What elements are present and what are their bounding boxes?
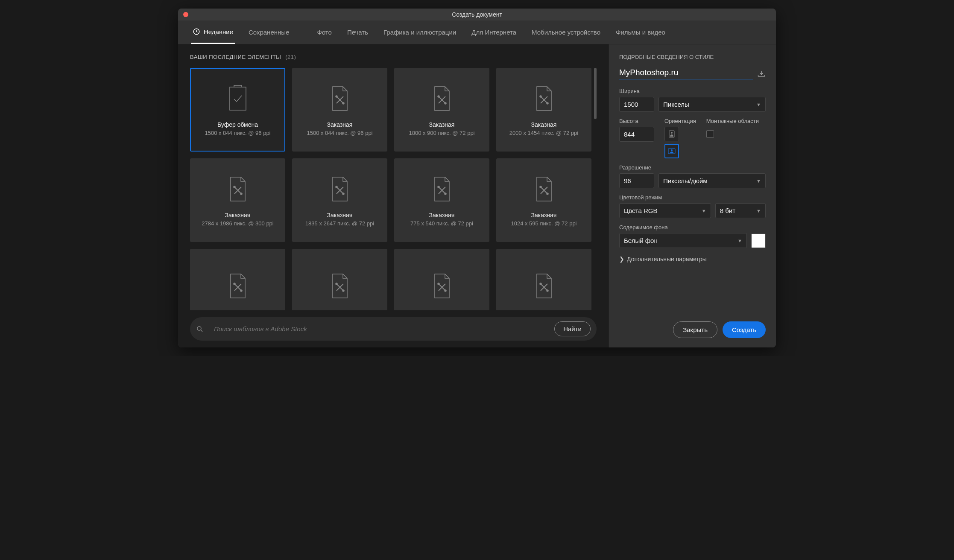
advanced-label: Дополнительные параметры — [627, 256, 707, 262]
tab-mobile[interactable]: Мобильное устройство — [530, 21, 602, 43]
clock-icon — [193, 28, 200, 35]
preset-card[interactable] — [394, 249, 489, 310]
colormode-select[interactable]: Цвета RGB ▼ — [619, 203, 711, 218]
section-title: ВАШИ ПОСЛЕДНИЕ ЭЛЕМЕНТЫ — [190, 54, 281, 60]
tab-label: Сохраненные — [249, 29, 290, 36]
scrollbar-thumb[interactable] — [594, 68, 597, 119]
tab-web[interactable]: Для Интернета — [470, 21, 518, 43]
svg-point-8 — [234, 186, 235, 188]
tab-label: Печать — [347, 29, 368, 36]
preset-subtitle: 1800 x 900 пикс. @ 72 ppi — [409, 130, 474, 136]
chevron-down-icon: ▼ — [756, 102, 761, 107]
tab-recent[interactable]: Недавние — [191, 20, 235, 44]
svg-point-17 — [240, 290, 242, 292]
svg-point-19 — [342, 290, 344, 292]
document-icon — [430, 174, 454, 204]
tab-label: Фильмы и видео — [616, 29, 665, 36]
document-icon — [328, 271, 352, 301]
preset-title: Заказная — [327, 121, 353, 128]
panel-title: ПОДРОБНЫЕ СВЕДЕНИЯ О СТИЛЕ — [619, 54, 766, 60]
preset-card[interactable]: Буфер обмена1500 x 844 пикс. @ 96 ppi — [190, 68, 285, 152]
preset-card[interactable]: Заказная2784 x 1986 пикс. @ 300 ppi — [190, 158, 285, 242]
tab-label: Фото — [317, 29, 331, 36]
close-button[interactable]: Закрыть — [673, 321, 717, 338]
chevron-down-icon: ▼ — [702, 208, 706, 213]
tab-saved[interactable]: Сохраненные — [247, 21, 291, 43]
orientation-label: Ориентация — [664, 118, 696, 124]
preset-subtitle: 1835 x 2647 пикс. @ 72 ppi — [305, 220, 374, 227]
preset-card[interactable] — [292, 249, 387, 310]
select-value: Пикселы — [663, 101, 689, 108]
preset-card[interactable]: Заказная1835 x 2647 пикс. @ 72 ppi — [292, 158, 387, 242]
preset-title: Заказная — [429, 212, 455, 219]
tab-film[interactable]: Фильмы и видео — [614, 21, 667, 43]
preset-title: Заказная — [531, 121, 557, 128]
artboards-label: Монтажные области — [706, 118, 759, 124]
svg-point-21 — [445, 290, 446, 292]
preset-card[interactable]: Заказная1500 x 844 пикс. @ 96 ppi — [292, 68, 387, 152]
preset-card[interactable]: Заказная1024 x 595 пикс. @ 72 ppi — [496, 158, 591, 242]
orientation-portrait[interactable] — [664, 127, 679, 141]
document-icon — [532, 84, 556, 114]
document-icon — [430, 84, 454, 114]
preset-subtitle: 1500 x 844 пикс. @ 96 ppi — [307, 130, 372, 136]
svg-point-20 — [438, 283, 439, 285]
svg-point-22 — [540, 283, 541, 285]
artboards-checkbox[interactable] — [706, 130, 714, 138]
advanced-toggle[interactable]: ❯ Дополнительные параметры — [619, 256, 766, 262]
preset-card[interactable] — [496, 249, 591, 310]
svg-point-3 — [342, 102, 344, 104]
chevron-down-icon: ▼ — [756, 208, 761, 213]
tab-label: Мобильное устройство — [532, 29, 600, 36]
preset-title: Буфер обмена — [217, 121, 258, 128]
width-unit-select[interactable]: Пикселы ▼ — [658, 97, 766, 112]
preset-name-input[interactable]: MyPhotoshop.ru — [619, 68, 753, 79]
background-swatch[interactable] — [751, 233, 766, 248]
new-document-dialog: Создать документ Недавние Сохраненные Фо… — [178, 9, 776, 347]
preset-card[interactable] — [190, 249, 285, 310]
document-icon — [430, 271, 454, 301]
svg-point-11 — [342, 193, 344, 195]
resolution-input[interactable] — [619, 173, 654, 188]
tab-print[interactable]: Печать — [345, 21, 370, 43]
resolution-label: Разрешение — [619, 164, 766, 171]
create-button[interactable]: Создать — [723, 321, 766, 338]
select-value: Цвета RGB — [624, 207, 657, 214]
save-preset-icon[interactable] — [757, 70, 766, 78]
document-icon — [532, 174, 556, 204]
svg-point-6 — [540, 96, 541, 97]
preset-card[interactable]: Заказная2000 x 1454 пикс. @ 72 ppi — [496, 68, 591, 152]
preset-subtitle: 1024 x 595 пикс. @ 72 ppi — [511, 220, 576, 227]
search-input[interactable] — [211, 325, 547, 332]
svg-point-18 — [336, 283, 337, 285]
orientation-landscape[interactable] — [664, 144, 679, 158]
svg-point-7 — [547, 102, 548, 104]
preset-card[interactable]: Заказная1800 x 900 пикс. @ 72 ppi — [394, 68, 489, 152]
resolution-unit-select[interactable]: Пикселы/дюйм ▼ — [658, 173, 766, 188]
colormode-label: Цветовой режим — [619, 194, 766, 201]
svg-point-28 — [671, 149, 673, 151]
preset-subtitle: 775 x 540 пикс. @ 72 ppi — [410, 220, 473, 227]
svg-point-13 — [445, 193, 446, 195]
chevron-down-icon: ▼ — [756, 178, 761, 184]
document-icon — [328, 174, 352, 204]
preset-grid: Буфер обмена1500 x 844 пикс. @ 96 ppiЗак… — [190, 68, 597, 310]
find-button[interactable]: Найти — [554, 321, 591, 336]
section-count: (21) — [285, 54, 296, 60]
tab-divider — [303, 26, 303, 38]
preset-title: Заказная — [225, 212, 251, 219]
chevron-right-icon: ❯ — [619, 256, 624, 262]
bitdepth-select[interactable]: 8 бит ▼ — [715, 203, 766, 218]
width-input[interactable] — [619, 97, 654, 112]
section-header: ВАШИ ПОСЛЕДНИЕ ЭЛЕМЕНТЫ (21) — [190, 54, 597, 60]
preset-card[interactable]: Заказная775 x 540 пикс. @ 72 ppi — [394, 158, 489, 242]
svg-point-5 — [445, 102, 446, 104]
preset-subtitle: 2784 x 1986 пикс. @ 300 ppi — [202, 220, 274, 227]
height-input[interactable] — [619, 127, 654, 142]
height-label: Высота — [619, 118, 654, 124]
background-select[interactable]: Белый фон ▼ — [619, 233, 747, 248]
svg-point-23 — [547, 290, 548, 292]
tab-art[interactable]: Графика и иллюстрации — [382, 21, 458, 43]
width-label: Ширина — [619, 88, 766, 94]
tab-photo[interactable]: Фото — [315, 21, 333, 43]
